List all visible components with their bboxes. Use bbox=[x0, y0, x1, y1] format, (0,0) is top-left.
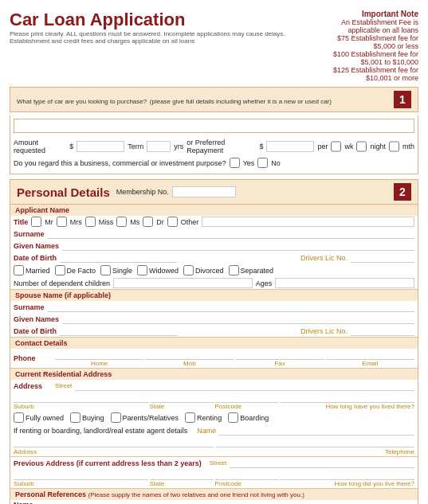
parents-checkbox[interactable] bbox=[111, 412, 121, 423]
applicant-name-group: Applicant Name Title Mr Mrs Miss Ms Dr O… bbox=[10, 205, 418, 290]
surname-row: Surname bbox=[10, 228, 418, 240]
page-title: Car Loan Application bbox=[10, 10, 318, 30]
mrs-checkbox[interactable] bbox=[57, 217, 67, 227]
renting-checkbox[interactable] bbox=[185, 412, 195, 423]
prev-how-long-input[interactable] bbox=[281, 470, 415, 480]
repayment-label: or Preferred Repayment bbox=[187, 139, 256, 154]
marital-row: Married De Facto Single Widowed Divorced… bbox=[10, 264, 418, 277]
other-label: Other bbox=[181, 218, 199, 226]
no-checkbox[interactable] bbox=[257, 158, 268, 168]
divorced-checkbox[interactable] bbox=[183, 265, 194, 275]
mth-checkbox[interactable] bbox=[389, 141, 399, 152]
agent-label-row: If renting or boarding, landlord/real es… bbox=[10, 424, 418, 436]
title-row: Title Mr Mrs Miss Ms Dr Other bbox=[10, 216, 418, 228]
fax-input[interactable] bbox=[236, 350, 324, 360]
surname-input[interactable] bbox=[48, 229, 414, 239]
agent-detail-row: Address Telephone bbox=[10, 436, 418, 456]
section2-number: 2 bbox=[394, 183, 411, 201]
car-description-input[interactable] bbox=[14, 119, 414, 133]
note-line-4: $125 Establishment fee for $10,001 or mo… bbox=[318, 66, 418, 82]
mob-input[interactable] bbox=[145, 350, 234, 360]
amount-label: Amount requested bbox=[14, 139, 66, 154]
boarding-checkbox[interactable] bbox=[228, 412, 238, 423]
state-input[interactable] bbox=[150, 393, 214, 403]
agent-telephone-input[interactable] bbox=[216, 437, 415, 447]
married-checkbox[interactable] bbox=[14, 265, 24, 275]
single-checkbox[interactable] bbox=[100, 265, 111, 275]
prev-suburb-row: Suburb State Postcode How long did you l… bbox=[10, 469, 418, 488]
per-label: per bbox=[317, 143, 328, 150]
business-label: Do you regard this a business, commercia… bbox=[14, 159, 226, 167]
widowed-checkbox[interactable] bbox=[137, 265, 147, 275]
email-input[interactable] bbox=[326, 350, 414, 360]
how-long-input[interactable] bbox=[281, 393, 415, 403]
ref1-name-tel-row: Name Telephone bbox=[10, 500, 418, 504]
miss-checkbox[interactable] bbox=[85, 217, 96, 227]
mr-checkbox[interactable] bbox=[31, 217, 41, 227]
repayment-input[interactable] bbox=[266, 141, 314, 152]
address-row: Address Street bbox=[10, 380, 418, 392]
contact-label: Contact Details bbox=[10, 338, 418, 349]
other-input[interactable] bbox=[202, 217, 414, 227]
dependents-row: Number of dependent children Ages bbox=[10, 277, 418, 289]
section1-banner: What type of car are you looking to purc… bbox=[10, 87, 418, 112]
contact-group: Contact Details Phone Home Mob Fax Email bbox=[10, 338, 418, 369]
prev-postcode-input[interactable] bbox=[215, 470, 279, 480]
mth-label: mth bbox=[402, 143, 414, 150]
fully-owned-checkbox[interactable] bbox=[14, 412, 24, 423]
suburb-input[interactable] bbox=[14, 393, 148, 403]
spouse-drivers-input[interactable] bbox=[351, 326, 414, 336]
separated-checkbox[interactable] bbox=[229, 265, 239, 275]
defacto-checkbox[interactable] bbox=[55, 265, 65, 275]
dr-label: Dr bbox=[156, 218, 164, 226]
yes-checkbox[interactable] bbox=[230, 158, 240, 168]
prev-suburb-input[interactable] bbox=[14, 470, 148, 480]
mrs-label: Mrs bbox=[70, 218, 82, 226]
wk-label: wk bbox=[344, 143, 353, 150]
term-label: Term bbox=[128, 143, 143, 150]
page-subtitle: Please print clearly. ALL questions must… bbox=[10, 30, 318, 45]
other-checkbox[interactable] bbox=[167, 217, 178, 227]
spouse-label: Spouse Name (if applicable) bbox=[10, 290, 418, 301]
home-phone-input[interactable] bbox=[55, 350, 143, 360]
note-line-1: An Establishment Fee is applicable on al… bbox=[318, 18, 418, 34]
spouse-surname-input[interactable] bbox=[48, 302, 414, 312]
spouse-group: Spouse Name (if applicable) Surname Give… bbox=[10, 290, 418, 338]
ages-input[interactable] bbox=[275, 278, 414, 288]
personal-details-form: Applicant Name Title Mr Mrs Miss Ms Dr O… bbox=[10, 205, 418, 504]
ms-label: Ms bbox=[130, 218, 139, 226]
agent-name-input[interactable] bbox=[219, 425, 414, 436]
important-note: Important Note An Establishment Fee is a… bbox=[318, 10, 418, 82]
dep-children-input[interactable] bbox=[113, 278, 253, 288]
spouse-dob-input[interactable] bbox=[60, 326, 177, 336]
night-checkbox[interactable] bbox=[356, 141, 367, 152]
section1-question: What type of car are you looking to purc… bbox=[17, 94, 332, 106]
postcode-input[interactable] bbox=[215, 393, 279, 403]
business-row: Do you regard this a business, commercia… bbox=[14, 158, 414, 168]
miss-label: Miss bbox=[99, 218, 114, 226]
note-title: Important Note bbox=[318, 10, 418, 18]
current-address-label: Current Residential Address bbox=[10, 369, 418, 380]
membership-row: Membership No. bbox=[116, 186, 236, 197]
spouse-given-input[interactable] bbox=[62, 314, 414, 324]
amount-input[interactable] bbox=[77, 141, 124, 152]
agent-address-input[interactable] bbox=[14, 437, 213, 447]
membership-input[interactable] bbox=[172, 186, 236, 197]
mr-label: Mr bbox=[45, 218, 53, 226]
personal-title: Personal Details bbox=[17, 186, 110, 199]
dob-row: Date of Birth Drivers Lic No. bbox=[10, 252, 418, 264]
prev-state-input[interactable] bbox=[150, 470, 214, 480]
wk-checkbox[interactable] bbox=[331, 141, 341, 152]
term-unit: yrs bbox=[174, 143, 183, 150]
ms-checkbox[interactable] bbox=[116, 217, 127, 227]
buying-checkbox[interactable] bbox=[70, 412, 80, 423]
given-names-input[interactable] bbox=[62, 240, 414, 251]
drivers-lic-input[interactable] bbox=[351, 252, 414, 263]
prev-street-input[interactable] bbox=[230, 458, 414, 468]
term-input[interactable] bbox=[147, 141, 171, 152]
dr-checkbox[interactable] bbox=[143, 217, 153, 227]
yes-label: Yes bbox=[243, 159, 255, 167]
note-line-2: $75 Establishment fee for $5,000 or less bbox=[318, 34, 418, 50]
dob-input[interactable] bbox=[60, 252, 177, 263]
street-input[interactable] bbox=[75, 381, 414, 391]
